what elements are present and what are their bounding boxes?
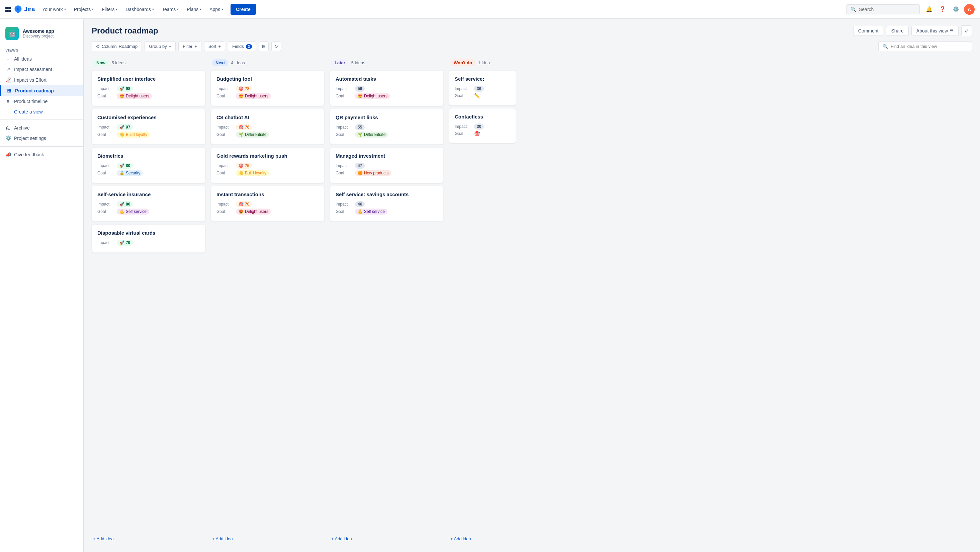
- card-customised-experiences[interactable]: Customised experiences Impact 🚀 97 Goal: [92, 109, 205, 145]
- sidebar-item-impact-effort[interactable]: 📈 Impact vs Effort: [0, 75, 83, 85]
- view-toggle-button[interactable]: ⊟: [259, 41, 269, 51]
- plus-icon: +: [218, 44, 221, 49]
- comment-button[interactable]: Comment: [853, 26, 884, 36]
- sidebar-item-product-roadmap[interactable]: ⊞ Product roadmap: [0, 85, 83, 96]
- sidebar-divider-2: [0, 146, 83, 147]
- card-impact-field: Impact 🚀 80: [97, 163, 200, 169]
- card-goal-field: Goal 🎯: [455, 131, 510, 136]
- sidebar-item-create-view[interactable]: + Create a view: [0, 107, 83, 117]
- filter-button[interactable]: Filter +: [178, 41, 201, 51]
- card-goal-field: Goal 👋 Build loyalty: [216, 170, 319, 176]
- card-title: Budgeting tool: [216, 76, 319, 82]
- views-section-label: VIEWS: [0, 46, 83, 54]
- avatar[interactable]: A: [964, 4, 975, 15]
- column-icon: ⊙: [96, 44, 100, 49]
- card-instant-transactions[interactable]: Instant transactions Impact 🎯 70 Goal �: [211, 186, 325, 222]
- add-idea-wontdo[interactable]: + Add idea: [449, 534, 516, 544]
- goal-tag: 💪 Self service: [355, 209, 387, 215]
- sidebar-item-archive[interactable]: 🗂 Archive: [0, 123, 83, 133]
- card-gold-rewards[interactable]: Gold rewards marketing push Impact 🎯 75 …: [211, 147, 325, 183]
- card-disposable-virtual-cards[interactable]: Disposable virtual cards Impact 🚀 79: [92, 224, 205, 253]
- column-button[interactable]: ⊙ Column Roadmap: [92, 41, 142, 51]
- goal-tag: 😍 Delight users: [355, 93, 390, 99]
- create-button[interactable]: Create: [231, 4, 256, 15]
- nav-projects[interactable]: Projects ▾: [71, 5, 97, 14]
- card-goal-field: Goal 😍 Delight users: [97, 93, 200, 99]
- card-self-service-savings[interactable]: Self service: savings accounts Impact 46…: [330, 186, 444, 222]
- help-button[interactable]: ❓: [937, 4, 948, 15]
- card-contactless-partial[interactable]: Contactless Impact 30 Goal 🎯: [449, 108, 516, 143]
- chevron-down-icon: ▾: [152, 7, 154, 11]
- search-ideas-bar[interactable]: 🔍: [878, 41, 972, 51]
- about-view-button[interactable]: About this view ☰: [912, 26, 959, 36]
- goal-tag: 🔒 Security: [117, 170, 143, 176]
- card-budgeting-tool[interactable]: Budgeting tool Impact 🎯 78 Goal 😍: [211, 70, 325, 106]
- share-button[interactable]: Share: [886, 26, 908, 36]
- add-idea-later[interactable]: + Add idea: [330, 534, 444, 544]
- sidebar-item-product-timeline[interactable]: ≡ Product timeline: [0, 96, 83, 107]
- search-input[interactable]: [859, 7, 912, 12]
- card-simplified-ui[interactable]: Simplified user interface Impact 🚀 98 Go…: [92, 70, 205, 106]
- card-qr-payment-links[interactable]: QR payment links Impact 55 Goal 🌱 Diffe: [330, 109, 444, 145]
- card-title: CS chatbot AI: [216, 115, 319, 120]
- column-tag-now: Now: [93, 59, 109, 66]
- grid-icon[interactable]: [5, 7, 11, 12]
- add-idea-next[interactable]: + Add idea: [211, 534, 325, 544]
- goal-tag: 🌱 Differentiate: [236, 132, 269, 137]
- column-cards-wontdo: Self service: Impact 36 Goal ✏️: [449, 70, 516, 531]
- card-title: Self service: savings accounts: [336, 191, 438, 197]
- sidebar-item-project-settings[interactable]: ⚙️ Project settings: [0, 133, 83, 144]
- chevron-down-icon: ▾: [221, 7, 223, 11]
- card-self-service-insurance[interactable]: Self-service insurance Impact 🚀 80 Goal: [92, 186, 205, 222]
- chevron-down-icon: ▾: [116, 7, 118, 11]
- column-tag-wontdo: Won't do: [450, 59, 476, 66]
- sidebar-item-all-ideas[interactable]: ≡ All ideas: [0, 54, 83, 64]
- timeline-icon: ≡: [5, 99, 11, 104]
- project-name: Awesome app: [23, 29, 54, 34]
- chevron-down-icon: ▾: [64, 7, 66, 11]
- search-bar[interactable]: 🔍: [846, 4, 920, 14]
- expand-button[interactable]: ⤢: [961, 26, 972, 36]
- impact-badge: 30: [474, 123, 484, 129]
- goal-tag: 🟠 New products: [355, 170, 391, 176]
- feedback-icon: 📣: [5, 152, 11, 158]
- card-automated-tasks[interactable]: Automated tasks Impact 56 Goal 😍 Deligh: [330, 70, 444, 106]
- card-impact-field: Impact 🚀 79: [97, 240, 200, 246]
- notifications-button[interactable]: 🔔: [924, 4, 934, 15]
- column-tag-later: Later: [331, 59, 348, 66]
- card-cs-chatbot-ai[interactable]: CS chatbot AI Impact 🎯 76 Goal 🌱: [211, 109, 325, 145]
- card-managed-investment[interactable]: Managed investment Impact 47 Goal 🟠 New: [330, 147, 444, 183]
- nav-apps[interactable]: Apps ▾: [206, 5, 226, 14]
- add-idea-now[interactable]: + Add idea: [92, 534, 205, 544]
- chevron-down-icon: ▾: [92, 7, 94, 11]
- nav-teams[interactable]: Teams ▾: [159, 5, 182, 14]
- refresh-button[interactable]: ↻: [271, 41, 281, 51]
- nav-plans[interactable]: Plans ▾: [183, 5, 205, 14]
- nav-your-work[interactable]: Your work ▾: [39, 5, 69, 14]
- gear-icon: ⚙️: [5, 135, 11, 141]
- sidebar-item-impact-assessment[interactable]: ↗ Impact assesment: [0, 64, 83, 75]
- fields-button[interactable]: Fields 3: [228, 41, 256, 51]
- settings-button[interactable]: ⚙️: [951, 4, 961, 15]
- nav-filters[interactable]: Filters ▾: [99, 5, 121, 14]
- sidebar-item-label: Impact assesment: [14, 67, 52, 72]
- card-impact-field: Impact 🎯 78: [216, 86, 319, 92]
- card-biometrics[interactable]: Biometrics Impact 🚀 80 Goal 🔒: [92, 147, 205, 183]
- nav-dashboards[interactable]: Dashboards ▾: [122, 5, 157, 14]
- impact-badge: 🚀 97: [117, 124, 133, 130]
- card-title: QR payment links: [336, 115, 438, 120]
- list-icon: ≡: [5, 56, 11, 62]
- card-title: Self service:: [455, 76, 510, 82]
- groupby-button[interactable]: Group by +: [145, 41, 176, 51]
- search-ideas-input[interactable]: [891, 44, 967, 49]
- jira-logo[interactable]: Jira: [13, 5, 35, 14]
- card-self-service-partial[interactable]: Self service: Impact 36 Goal ✏️: [449, 70, 516, 105]
- card-goal-field: Goal 👋 Build loyalty: [97, 132, 200, 137]
- sort-button[interactable]: Sort +: [204, 41, 225, 51]
- goal-tag: 😍 Delight users: [236, 93, 271, 99]
- sidebar: 🤖 Awesome app Discovery project VIEWS ≡ …: [0, 19, 84, 552]
- project-header: 🤖 Awesome app Discovery project: [0, 24, 83, 43]
- card-title: Contactless: [455, 114, 510, 120]
- impact-badge: 🎯 76: [236, 124, 252, 130]
- sidebar-item-give-feedback[interactable]: 📣 Give feedback: [0, 149, 83, 160]
